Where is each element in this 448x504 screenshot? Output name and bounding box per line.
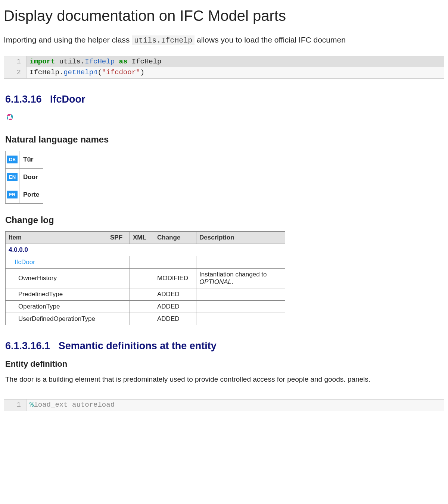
token-plain: IfcHelp — [132, 57, 162, 66]
section-number: 6.1.3.16 — [5, 94, 42, 105]
version-cell: 4.0.0.0 — [6, 244, 285, 256]
entity-definition-body: The door is a building element that is p… — [5, 374, 444, 385]
lang-code-cell: EN — [6, 168, 19, 186]
item-cell: PredefinedType — [6, 288, 107, 300]
line-number: 1 — [4, 56, 27, 67]
lang-name-cell: Tür — [19, 151, 43, 168]
xml-cell — [130, 268, 154, 288]
lang-name-cell: Porte — [19, 186, 43, 203]
table-header-row: Item SPF XML Change Description — [6, 231, 285, 244]
intro-suffix: allows you to load the official IFC docu… — [195, 35, 346, 44]
col-change: Change — [154, 231, 196, 244]
lang-badge-de: DE — [7, 156, 18, 163]
entity-link-icon[interactable] — [5, 113, 14, 122]
change-log-heading: Change log — [5, 215, 444, 225]
table-row: IfcDoor — [6, 256, 285, 268]
token-magic: % — [29, 401, 34, 409]
xml-cell — [130, 300, 154, 313]
intro-paragraph: Importing and using the helper class uti… — [4, 35, 444, 45]
col-description: Description — [196, 231, 285, 244]
item-cell[interactable]: IfcDoor — [6, 256, 107, 268]
desc-cell — [196, 313, 285, 325]
token-function: getHelp4 — [63, 68, 97, 76]
desc-cell: Instantiation changed to OPTIONAL. — [196, 268, 285, 288]
lang-badge-fr: FR — [7, 191, 18, 198]
token-keyword: import — [29, 57, 55, 66]
token-plain: IfcHelp. — [29, 68, 63, 76]
token-keyword: as — [119, 57, 127, 66]
token-plain: ( — [97, 68, 102, 76]
table-row: DE Tür — [6, 151, 43, 168]
code-line: import utils.IfcHelp as IfcHelp — [27, 56, 162, 67]
desc-emphasis: OPTIONAL — [199, 278, 231, 285]
xml-cell — [130, 288, 154, 300]
change-cell: ADDED — [154, 288, 196, 300]
change-cell: ADDED — [154, 313, 196, 325]
natural-language-heading: Natural language names — [5, 134, 444, 145]
code-line: IfcHelp.getHelp4("ifcdoor") — [27, 67, 144, 78]
item-cell: OwnerHistory — [6, 268, 107, 288]
line-number: 2 — [4, 67, 27, 78]
col-xml: XML — [130, 231, 154, 244]
col-item: Item — [6, 231, 107, 244]
code-cell-1[interactable]: 1 import utils.IfcHelp as IfcHelp 2 IfcH… — [4, 56, 444, 79]
section-heading: 6.1.3.16 IfcDoor — [5, 94, 444, 105]
language-table: DE Tür EN Door FR Porte — [5, 151, 43, 204]
table-row: EN Door — [6, 168, 43, 186]
desc-cell — [196, 256, 285, 268]
token-class: IfcHelp — [85, 57, 115, 66]
col-spf: SPF — [107, 231, 130, 244]
line-number: 1 — [4, 400, 27, 410]
spf-cell — [107, 300, 130, 313]
token-plain: ) — [140, 68, 144, 76]
desc-cell — [196, 300, 285, 313]
spf-cell — [107, 313, 130, 325]
token-plain: load_ext autoreload — [34, 401, 115, 409]
spf-cell — [107, 256, 130, 268]
section-name: Semantic definitions at the entity — [59, 340, 217, 351]
xml-cell — [130, 256, 154, 268]
desc-cell — [196, 288, 285, 300]
change-cell: MODIFIED — [154, 268, 196, 288]
item-cell: UserDefinedOperationType — [6, 313, 107, 325]
table-row: FR Porte — [6, 186, 43, 203]
lang-badge-en: EN — [7, 173, 18, 181]
table-row: 4.0.0.0 — [6, 244, 285, 256]
change-cell: ADDED — [154, 300, 196, 313]
intro-prefix: Importing and using the helper class — [4, 35, 132, 44]
lang-code-cell: DE — [6, 151, 19, 168]
xml-cell — [130, 313, 154, 325]
table-row: PredefinedType ADDED — [6, 288, 285, 300]
page-title: Display documentation on IFC Model parts — [4, 7, 444, 24]
token-string: "ifcdoor" — [102, 68, 140, 76]
section-name: IfcDoor — [50, 94, 85, 105]
doc-output: 6.1.3.16 IfcDoor Natural language names … — [4, 94, 444, 385]
semantic-section-heading: 6.1.3.16.1 Semantic definitions at the e… — [5, 340, 444, 352]
entity-definition-heading: Entity definition — [5, 359, 444, 369]
table-row: OperationType ADDED — [6, 300, 285, 313]
spf-cell — [107, 288, 130, 300]
desc-text: Instantiation changed to — [199, 271, 267, 278]
code-cell-2[interactable]: 1 %load_ext autoreload — [4, 399, 444, 411]
table-row: UserDefinedOperationType ADDED — [6, 313, 285, 325]
item-cell: OperationType — [6, 300, 107, 313]
token-plain: utils. — [59, 57, 85, 66]
desc-text: . — [231, 278, 233, 285]
spf-cell — [107, 268, 130, 288]
change-log-table: Item SPF XML Change Description 4.0.0.0 … — [5, 231, 285, 325]
change-cell — [154, 256, 196, 268]
lang-code-cell: FR — [6, 186, 19, 203]
section-number: 6.1.3.16.1 — [5, 340, 50, 351]
table-row: OwnerHistory MODIFIED Instantiation chan… — [6, 268, 285, 288]
lang-name-cell: Door — [19, 168, 43, 186]
code-line: %load_ext autoreload — [27, 400, 115, 410]
intro-code: utils.IfcHelp — [132, 35, 195, 45]
